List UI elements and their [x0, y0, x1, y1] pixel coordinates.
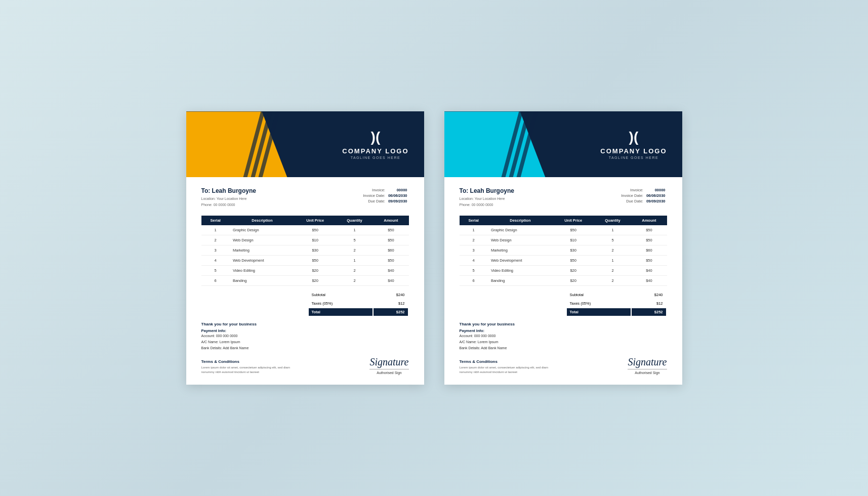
invoice-value: 00000 — [387, 187, 409, 193]
cell-serial-c: 3 — [460, 245, 488, 255]
due-label: Due Date: — [361, 198, 387, 204]
th-amount: Amount — [373, 216, 408, 225]
cell-serial: 1 — [201, 225, 230, 235]
cell-unit-price: $10 — [295, 235, 336, 245]
payment-account-c: Account: 000 000 0000 — [460, 333, 515, 339]
logo-tagline: TAGLINE GOES HERE — [351, 156, 401, 159]
cell-description: Web Development — [230, 255, 295, 265]
subtotal-value: $240 — [374, 291, 408, 299]
terms-section-cyan: Terms & Conditions Lorem ipsum dolor sit… — [460, 356, 667, 375]
cell-unit-price: $50 — [295, 225, 336, 235]
to-section: To: Leah Burgoyne Location: Your Locatio… — [201, 187, 256, 207]
invoice-yellow: )( COMPANY LOGO TAGLINE GOES HERE To: Le… — [186, 111, 424, 384]
payment-info-yellow: Payment Info: Account: 000 000 0000 A/C … — [201, 328, 257, 351]
cell-description-c: Web Design — [488, 235, 553, 245]
cell-amount-c: $60 — [631, 245, 667, 255]
table-row: 6 Banding $20 2 $40 — [201, 275, 409, 285]
payment-section-yellow: Thank you for your business Payment Info… — [201, 322, 257, 351]
cell-quantity-c: 1 — [594, 255, 632, 265]
cell-quantity: 1 — [336, 225, 374, 235]
signature-text-yellow: Signature — [369, 356, 408, 368]
billing-row: To: Leah Burgoyne Location: Your Locatio… — [201, 187, 409, 207]
cell-unit-price: $20 — [295, 265, 336, 275]
table-row: 1 Graphic Design $50 1 $50 — [201, 225, 409, 235]
signature-text-cyan: Signature — [628, 356, 667, 368]
cell-unit-price: $50 — [295, 255, 336, 265]
to-name: To: Leah Burgoyne — [201, 187, 256, 194]
cell-unit-price-c: $10 — [553, 235, 594, 245]
cell-description: Banding — [230, 275, 295, 285]
invoice-value-cyan: 00000 — [645, 187, 667, 193]
cell-amount: $50 — [373, 235, 408, 245]
cell-description: Marketing — [230, 245, 295, 255]
totals-table-cyan: Subtotal $240 Taxes (05%) $12 Total $252 — [566, 290, 667, 317]
terms-section-yellow: Terms & Conditions Lorem ipsum dolor sit… — [201, 356, 409, 375]
th-serial: Serial — [201, 216, 230, 225]
cell-serial: 5 — [201, 265, 230, 275]
cell-serial-c: 1 — [460, 225, 488, 235]
cell-unit-price-c: $20 — [553, 275, 594, 285]
cell-description-c: Graphic Design — [488, 225, 553, 235]
table-row: 5 Video Editing $20 2 $40 — [460, 265, 667, 275]
cell-quantity: 2 — [336, 245, 374, 255]
cell-serial-c: 5 — [460, 265, 488, 275]
to-location-cyan: Location: Your Location Here — [460, 196, 514, 201]
subtotal-value-c: $240 — [632, 291, 666, 299]
logo-area-cyan: )( COMPANY LOGO TAGLINE GOES HERE — [600, 129, 667, 159]
cell-quantity-c: 2 — [594, 275, 632, 285]
cell-amount-c: $50 — [631, 255, 667, 265]
th-amount-c: Amount — [631, 216, 667, 225]
table-row: 6 Banding $20 2 $40 — [460, 275, 667, 285]
cell-unit-price-c: $50 — [553, 255, 594, 265]
cell-serial: 3 — [201, 245, 230, 255]
invoice-body-cyan: To: Leah Burgoyne Location: Your Locatio… — [444, 177, 682, 384]
to-section-cyan: To: Leah Burgoyne Location: Your Locatio… — [460, 187, 514, 207]
logo-text: COMPANY LOGO — [342, 147, 408, 155]
logo-icon: )( — [371, 129, 381, 145]
logo-tagline-cyan: TAGLINE GOES HERE — [609, 156, 659, 159]
totals-section-yellow: Subtotal $240 Taxes (05%) $12 Total $252 — [201, 290, 409, 317]
th-quantity-c: Quantity — [594, 216, 632, 225]
invoice-label: Invoice: — [361, 187, 387, 193]
subtotal-label: Subtotal — [309, 291, 373, 299]
items-table-yellow: Serial Description Unit Price Quantity A… — [201, 216, 409, 286]
totals-section-cyan: Subtotal $240 Taxes (05%) $12 Total $252 — [460, 290, 667, 317]
invoice-body-yellow: To: Leah Burgoyne Location: Your Locatio… — [186, 177, 424, 384]
cell-quantity: 2 — [336, 265, 374, 275]
bottom-section-cyan: Thank you for your business Payment Info… — [460, 322, 667, 351]
cell-description-c: Marketing — [488, 245, 553, 255]
cell-description: Web Design — [230, 235, 295, 245]
payment-account: Account: 000 000 0000 — [201, 333, 257, 339]
invoice-header-yellow: )( COMPANY LOGO TAGLINE GOES HERE — [186, 111, 424, 177]
cell-unit-price: $30 — [295, 245, 336, 255]
cell-description-c: Banding — [488, 275, 553, 285]
table-row: 1 Graphic Design $50 1 $50 — [460, 225, 667, 235]
logo-text-cyan: COMPANY LOGO — [600, 147, 667, 155]
cell-description-c: Web Development — [488, 255, 553, 265]
cell-serial-c: 2 — [460, 235, 488, 245]
thankyou-text-cyan: Thank you for your business — [460, 322, 515, 326]
cell-unit-price-c: $30 — [553, 245, 594, 255]
cell-serial: 6 — [201, 275, 230, 285]
cell-description-c: Video Editing — [488, 265, 553, 275]
bottom-section-yellow: Thank you for your business Payment Info… — [201, 322, 409, 351]
invoice-label-cyan: Invoice: — [619, 187, 645, 193]
payment-bank: Bank Details: Add Bank Name — [201, 345, 257, 351]
signature-label-yellow: Authorised Sign — [369, 369, 408, 375]
logo-area: )( COMPANY LOGO TAGLINE GOES HERE — [342, 129, 408, 159]
tax-value-c: $12 — [632, 300, 666, 307]
th-unit-price-c: Unit Price — [553, 216, 594, 225]
cell-description: Graphic Design — [230, 225, 295, 235]
terms-title-yellow: Terms & Conditions — [201, 359, 370, 364]
th-description: Description — [230, 216, 295, 225]
cell-amount-c: $40 — [631, 275, 667, 285]
payment-ac-name-c: A/C Name: Lorem Ipsum — [460, 339, 515, 345]
signature-label-cyan: Authorised Sign — [628, 369, 667, 375]
th-quantity: Quantity — [336, 216, 374, 225]
table-row: 4 Web Development $50 1 $50 — [201, 255, 409, 265]
grand-total-value-c: $252 — [632, 308, 666, 316]
terms-text-yellow: Lorem ipsum dolor sit amet, consectetuer… — [201, 365, 303, 375]
cell-quantity-c: 2 — [594, 245, 632, 255]
tax-value: $12 — [374, 300, 408, 307]
invoice-cyan: )( COMPANY LOGO TAGLINE GOES HERE To: Le… — [444, 111, 682, 384]
